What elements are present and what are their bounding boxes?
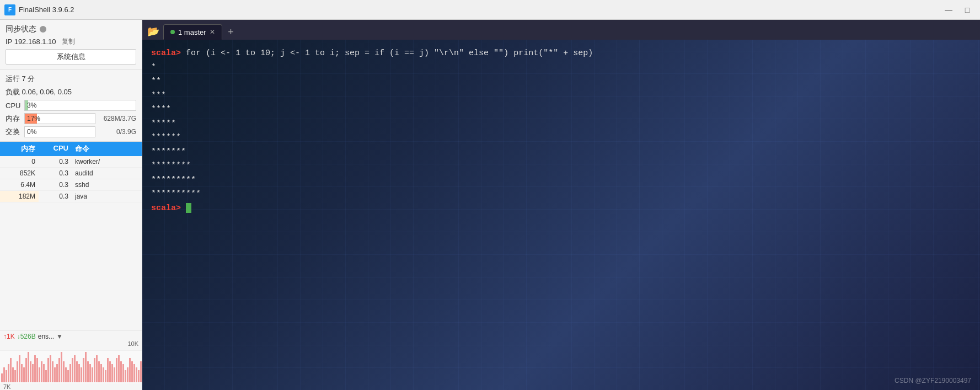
chart-bar [32, 364, 34, 382]
output-line-1: * [151, 61, 971, 75]
chart-bar [111, 364, 113, 382]
proc-row[interactable]: 182M0.3java [0, 191, 142, 202]
chart-bar [122, 364, 124, 382]
net-chart-label-7k: 7K [3, 383, 10, 390]
chart-bar [63, 361, 65, 383]
terminal-text: scala> for (i <- 1 to 10; j <- 1 to i; s… [142, 40, 980, 222]
proc-cell-cmd: kworker/ [72, 156, 142, 167]
swap-label: 交换 [6, 127, 22, 137]
main-content: 同步状态 IP 192.168.1.10 复制 系统信息 运行 7 分 负载 0… [0, 20, 980, 390]
titlebar-left: F FinalShell 3.9.6.2 [4, 4, 74, 15]
output-line-7: ******* [151, 145, 971, 159]
tab-master[interactable]: 1 master ✕ [163, 24, 222, 40]
minimize-button[interactable]: — [940, 3, 957, 17]
output-line-3: *** [151, 89, 971, 103]
proc-row[interactable]: 6.4M0.3sshd [0, 179, 142, 191]
chart-bar [39, 367, 40, 383]
cpu-stat-row: CPU 3% [6, 99, 136, 111]
chart-bar [98, 361, 100, 383]
chart-bar [138, 370, 140, 382]
chart-bar [81, 367, 82, 383]
output-line-10: ********** [151, 187, 971, 201]
sidebar-top: 同步状态 IP 192.168.1.10 复制 系统信息 [0, 20, 142, 70]
sidebar: 同步状态 IP 192.168.1.10 复制 系统信息 运行 7 分 负载 0… [0, 20, 142, 390]
load-row: 负载 0.06, 0.06, 0.05 [6, 86, 136, 98]
chart-bar [125, 370, 126, 382]
chart-bar [83, 358, 84, 382]
app-title: FinalShell 3.9.6.2 [19, 6, 74, 14]
proc-table-header: 内存 CPU 命令 [0, 142, 142, 156]
chart-bar [140, 361, 142, 383]
chart-bar [12, 367, 14, 383]
mem-value: 628M/3.7G [98, 115, 136, 122]
cpu-value: 3% [25, 101, 36, 109]
tab-bar: 📂 1 master ✕ + [142, 20, 980, 40]
cpu-label: CPU [6, 101, 22, 110]
chart-bar [87, 361, 89, 383]
sysinfo-button[interactable]: 系统信息 [6, 49, 136, 65]
proc-cell-cmd: sshd [72, 179, 142, 190]
prompt1: scala> [151, 49, 181, 58]
titlebar: F FinalShell 3.9.6.2 — □ [0, 0, 980, 20]
proc-header-cmd: 命令 [72, 142, 142, 156]
chart-bar [58, 358, 60, 382]
chart-bar [14, 370, 16, 382]
chart-bar [103, 367, 104, 383]
net-chart-label-10k: 10K [127, 340, 138, 347]
swap-value: 0/3.9G [98, 128, 136, 136]
chart-bar [52, 361, 53, 383]
chart-bar [78, 364, 80, 382]
chart-bar [19, 355, 20, 383]
chart-bar [89, 364, 91, 382]
sidebar-stats: 运行 7 分 负载 0.06, 0.06, 0.05 CPU 3% 内存 17% [0, 70, 142, 142]
ip-row: IP 192.168.1.10 复制 [6, 36, 136, 47]
proc-row[interactable]: 852K0.3auditd [0, 168, 142, 179]
mem-label: 内存 [6, 114, 22, 124]
titlebar-controls: — □ [940, 3, 976, 17]
prompt2: scala> [151, 204, 181, 213]
chart-bar [65, 367, 67, 383]
mem-stat-row: 内存 17% 628M/3.7G [6, 113, 136, 125]
chart-bar [17, 361, 18, 383]
proc-cell-cmd: java [72, 191, 142, 202]
proc-cell-cpu: 0.3 [39, 168, 72, 179]
maximize-button[interactable]: □ [959, 3, 976, 17]
chart-bar [131, 361, 133, 383]
chart-bar [10, 358, 12, 382]
chart-bar [109, 361, 111, 383]
output-line-8: ******** [151, 159, 971, 173]
net-chart [0, 350, 142, 383]
chart-bar [74, 355, 76, 383]
copy-ip-button[interactable]: 复制 [60, 36, 77, 47]
chart-bar [28, 352, 29, 382]
process-table: 内存 CPU 命令 00.3kworker/852K0.3auditd6.4M0… [0, 142, 142, 330]
net-dropdown-icon[interactable]: ▼ [56, 333, 63, 340]
swap-bar: 0% [24, 126, 95, 137]
terminal-content[interactable]: scala> for (i <- 1 to 10; j <- 1 to i; s… [142, 40, 980, 390]
chart-bar [6, 370, 7, 382]
proc-cell-mem: 182M [0, 191, 39, 202]
terminal-prompt2-line: scala> [151, 201, 971, 216]
chart-bar [94, 358, 95, 382]
tab-add-button[interactable]: + [223, 24, 239, 40]
proc-header-mem: 内存 [0, 142, 39, 156]
proc-header-cpu: CPU [39, 142, 72, 156]
ip-label: IP 192.168.1.10 [6, 38, 56, 46]
tab-close-button[interactable]: ✕ [210, 28, 215, 36]
sync-row: 同步状态 [6, 24, 136, 34]
chart-bar [34, 355, 36, 383]
chart-bar [72, 358, 73, 382]
proc-cell-mem: 6.4M [0, 179, 39, 190]
chart-bar [8, 364, 9, 382]
output-line-9: ********* [151, 173, 971, 188]
watermark-text: CSDN @ZYF2190003497 [895, 377, 971, 384]
network-section: ↑1K ↓526B ens... ▼ 10K [0, 330, 142, 350]
proc-cell-cpu: 0.3 [39, 179, 72, 190]
chart-bar [23, 367, 25, 383]
output-line-5: ***** [151, 117, 971, 131]
app-icon: F [4, 4, 15, 15]
chart-bar [1, 373, 3, 383]
folder-icon-button[interactable]: 📂 [144, 23, 162, 40]
proc-cell-mem: 0 [0, 156, 39, 167]
proc-row[interactable]: 00.3kworker/ [0, 156, 142, 168]
